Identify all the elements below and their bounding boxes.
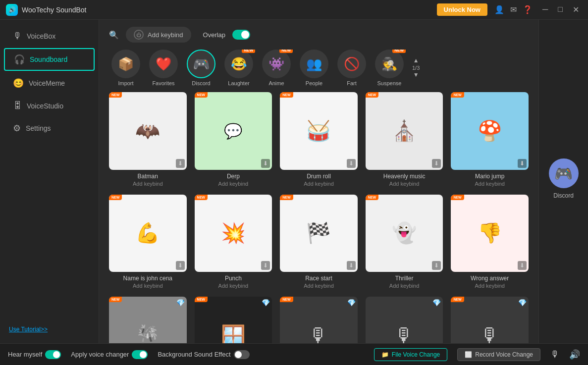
hear-myself-item: Hear myself <box>8 350 61 359</box>
app-title: WooTechy SoundBot <box>22 6 437 14</box>
category-anime-label: Anime <box>268 80 284 86</box>
sound-name-wrong: Wrong answer <box>471 275 509 282</box>
sound-card-wrong[interactable]: NEW 👎 ⬇ Wrong answer Add keybind <box>451 195 529 289</box>
category-import[interactable]: 📦 Import <box>109 50 143 86</box>
record-icon: ⬜ <box>465 351 472 358</box>
sound-keybind-johncena[interactable]: Add keybind <box>133 283 163 289</box>
minimize-button[interactable]: ─ <box>539 4 551 15</box>
sound-name-thriller: Thriller <box>395 275 414 282</box>
sound-card-punch[interactable]: NEW 💥 ⬇ Punch Add keybind <box>195 195 272 289</box>
bg-sound-toggle[interactable] <box>234 350 250 359</box>
right-panel: 🎮 Discord <box>538 20 588 343</box>
apply-voice-item: Apply voice changer <box>71 350 148 359</box>
discord-avatar[interactable]: 🎮 <box>549 158 579 188</box>
category-suspense[interactable]: NEW 🕵 Suspense <box>373 50 406 86</box>
category-laughter-label: Laughter <box>228 80 249 86</box>
category-favorites-circle: ❤️ <box>149 50 178 78</box>
category-import-circle: 📦 <box>111 50 140 78</box>
sound-keybind-wrong[interactable]: Add keybind <box>475 283 505 289</box>
page-nav[interactable]: ▲ 1/3 ▼ <box>412 57 420 78</box>
category-favorites[interactable]: ❤️ Favorites <box>147 50 180 86</box>
bg-sound-label: Background Sound Effect <box>158 351 230 358</box>
page-down-arrow[interactable]: ▼ <box>413 72 419 78</box>
close-button[interactable]: ✕ <box>570 4 582 15</box>
apply-voice-toggle[interactable] <box>132 350 148 359</box>
sound-grid: NEW 🦇 ⬇ Batman Add keybind NEW 💬 ⬇ Derp … <box>99 92 538 343</box>
sound-card-shattered[interactable]: NEW 🪟 💎 ⬇ Shattered <box>195 297 272 343</box>
record-voice-button[interactable]: ⬜ Record Voice Change <box>457 348 540 361</box>
sidebar-label-settings: Settings <box>26 124 51 132</box>
category-suspense-label: Suspense <box>377 80 402 86</box>
sound-name-derp: Derp <box>227 173 240 180</box>
apply-voice-label: Apply voice changer <box>71 351 129 358</box>
sound-name-mario: Mario jump <box>475 173 504 180</box>
bg-sound-item: Background Sound Effect <box>158 350 249 359</box>
sidebar-item-voicememe[interactable]: 😊 VoiceMeme <box>4 73 95 94</box>
category-laughter[interactable]: NEW 😂 Laughter <box>222 50 256 86</box>
sound-keybind-drum[interactable]: Add keybind <box>304 181 334 187</box>
search-icon[interactable]: 🔍 <box>109 30 119 40</box>
sound-name-punch: Punch <box>225 275 242 282</box>
sidebar: 🎙 VoiceBox 🎧 Soundboard 😊 VoiceMeme 🎛 Vo… <box>0 20 99 343</box>
sound-keybind-race[interactable]: Add keybind <box>304 283 334 289</box>
person-icon[interactable]: 👤 <box>494 5 504 14</box>
sidebar-label-soundboard: Soundboard <box>30 55 67 63</box>
sound-card-drum[interactable]: NEW 🥁 ⬇ Drum roll Add keybind <box>280 92 358 187</box>
sidebar-label-voicememe: VoiceMeme <box>29 79 65 87</box>
sound-card-mic2[interactable]: 🎙 💎 ⬇ <box>366 297 443 343</box>
maximize-button[interactable]: □ <box>555 4 566 15</box>
sound-name-heavenly: Heavenly music <box>383 173 426 180</box>
discord-label: Discord <box>553 192 574 199</box>
sidebar-item-soundboard[interactable]: 🎧 Soundboard <box>4 48 95 71</box>
sound-keybind-derp[interactable]: Add keybind <box>218 181 249 187</box>
overlap-label: Overlap <box>203 31 226 39</box>
sound-keybind-heavenly[interactable]: Add keybind <box>389 181 420 187</box>
voicestudio-icon: 🎛 <box>13 101 22 111</box>
sound-name-race: Race start <box>305 275 332 282</box>
sound-card-batman[interactable]: NEW 🦇 ⬇ Batman Add keybind <box>109 92 187 187</box>
sidebar-item-voicestudio[interactable]: 🎛 VoiceStudio <box>4 96 95 116</box>
file-voice-button[interactable]: 📁 File Voice Change <box>374 348 447 361</box>
help-icon[interactable]: ❓ <box>523 5 533 14</box>
tutorial-link[interactable]: Use Tutorial>> <box>9 326 48 333</box>
page-up-arrow[interactable]: ▲ <box>413 57 419 64</box>
sound-card-thriller[interactable]: NEW 👻 ⬇ Thriller Add keybind <box>366 195 443 289</box>
sound-card-race[interactable]: NEW 🏁 ⬇ Race start Add keybind <box>280 195 358 289</box>
volume-button[interactable]: 🔊 <box>569 349 580 360</box>
unlock-button[interactable]: Unlock Now <box>437 3 487 16</box>
category-favorites-label: Favorites <box>152 80 174 86</box>
sound-keybind-batman[interactable]: Add keybind <box>133 181 163 187</box>
soundboard-icon: 🎧 <box>14 54 25 65</box>
sidebar-label-voicebox: VoiceBox <box>27 32 55 40</box>
sound-keybind-punch[interactable]: Add keybind <box>218 283 249 289</box>
category-import-label: Import <box>118 80 133 86</box>
sound-card-heavenly[interactable]: NEW ⛪ ⬇ Heavenly music Add keybind <box>366 92 443 187</box>
voicebox-icon: 🎙 <box>13 31 22 41</box>
sound-keybind-thriller[interactable]: Add keybind <box>389 283 420 289</box>
category-fart[interactable]: 🚫 Fart <box>335 50 369 86</box>
hear-myself-toggle[interactable] <box>45 350 61 359</box>
sidebar-item-settings[interactable]: ⚙ Settings <box>4 118 95 139</box>
voicememe-icon: 😊 <box>13 78 24 89</box>
category-anime[interactable]: NEW 👾 Anime <box>260 50 293 86</box>
category-people[interactable]: 👥 People <box>297 50 331 86</box>
sound-keybind-mario[interactable]: Add keybind <box>475 181 505 187</box>
add-keybind-button[interactable]: ⏻ Add keybind <box>126 27 191 43</box>
overlap-toggle[interactable] <box>232 30 250 40</box>
sound-card-derp[interactable]: NEW 💬 ⬇ Derp Add keybind <box>195 92 272 187</box>
mic-button[interactable]: 🎙 <box>550 349 559 360</box>
category-laughter-circle: NEW 😂 <box>224 50 253 78</box>
sound-card-mario[interactable]: NEW 🍄 ⬇ Mario jump Add keybind <box>451 92 529 187</box>
mail-icon[interactable]: ✉ <box>510 5 517 14</box>
sidebar-item-voicebox[interactable]: 🎙 VoiceBox <box>4 26 95 46</box>
sound-name-drum: Drum roll <box>307 173 331 180</box>
category-fart-circle: 🚫 <box>337 50 366 78</box>
sound-card-mic3[interactable]: NEW 🎙 💎 ⬇ <box>451 297 529 343</box>
sound-card-bamboo[interactable]: NEW 🎋 💎 ⬇ Bamboo <box>109 297 187 343</box>
sound-card-johncena[interactable]: NEW 💪 ⬇ Name is john cena Add keybind <box>109 195 187 289</box>
category-discord[interactable]: 🎮 Discord <box>184 50 218 86</box>
sound-name-johncena: Name is john cena <box>123 275 172 282</box>
sound-card-mic1[interactable]: NEW 🎙 💎 ⬇ <box>280 297 358 343</box>
titlebar: 🔊 WooTechy SoundBot Unlock Now 👤 ✉ ❓ ─ □… <box>0 0 588 20</box>
page-indicator: 1/3 <box>412 65 420 71</box>
